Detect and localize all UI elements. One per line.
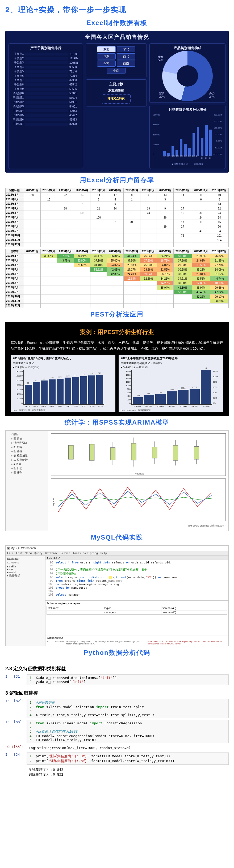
spss-window: 输出图 日志过程法帮助图 标题图 备注表 模型描述表 模型统计■ 图表图 日志图… <box>5 430 229 531</box>
spss-tree-node[interactable]: 图 标题 <box>7 445 46 449</box>
dashboard-title: 全国各大区产品销售情况 <box>8 33 226 41</box>
donut-legend: 技术54% <box>158 55 163 62</box>
region-button[interactable]: 华北 <box>117 46 135 52</box>
combo-bar <box>184 144 187 156</box>
hbar-value: 100381 <box>68 61 80 64</box>
hbar-value: 111407 <box>68 57 80 60</box>
pest-bar: 683.4 <box>167 392 177 404</box>
spss-tree-node[interactable]: ■ 图表 <box>7 462 46 466</box>
hbar-value: 70214 <box>68 74 80 77</box>
spss-boxplot: Residual <box>51 433 226 476</box>
mysql-editor-tab[interactable]: SQL File 1* <box>46 556 228 560</box>
kpi-header: 主要指标 <box>88 82 144 87</box>
page-title: 2、理论+实操，带你一步一步实现 <box>0 0 234 17</box>
mysql-schema-item[interactable]: ▸ 数据分析 <box>7 574 44 578</box>
kpi-card: 主要指标 东北销售额 993496 <box>86 80 147 106</box>
hbar-row: 子类别2 111407 <box>11 57 80 60</box>
pest-bar: 102 <box>49 379 56 404</box>
pest-bar: 380.9 <box>133 397 143 404</box>
donut-legend: 办公24% <box>209 92 215 98</box>
mysql-info-panel: Schema: region_managers Columns: region … <box>46 600 228 635</box>
spss-tree-node[interactable]: 表 模型统计 <box>7 458 46 462</box>
region-button[interactable]: 华南 <box>97 61 116 67</box>
retention-count-table: 留存人数2015年1月2015年2月2015年3月2015年4月2015年5月2… <box>5 188 229 247</box>
jupyter-in-prompt: In [31]: <box>5 675 27 685</box>
excel-dashboard: 全国各大区产品销售情况 产品子类别销售排行 子类别1 131090 子类别2 1… <box>5 31 229 173</box>
mysql-result-title: Schema: region_managers <box>47 602 227 605</box>
python-code-cell[interactable]: 1 print('测试集精度为：{:.3f}'.format(LR_Model.… <box>27 752 229 765</box>
svg-rect-12 <box>152 447 157 458</box>
svg-rect-6 <box>110 448 115 460</box>
mysql-menu-item[interactable]: Server <box>61 552 70 555</box>
combo-bars <box>163 118 212 156</box>
donut-chart <box>162 51 213 101</box>
hbar-label: 子类别4 <box>11 65 25 69</box>
pest-chart-left: 2019生鲜产量超12亿吨，生鲜产值约7万亿元 中国生鲜产量变化 ■ 产量(吨)… <box>11 355 115 412</box>
hbar-title: 产品子类别销售排行 <box>11 46 80 51</box>
spss-tree-node[interactable]: 图 备注 <box>7 449 46 454</box>
mysql-menu-item[interactable]: File <box>7 552 14 555</box>
spss-tree-node[interactable]: 图 序列 <box>7 470 46 475</box>
hbar-value: 131090 <box>68 53 80 56</box>
spss-tree-node[interactable]: 输出 <box>7 432 46 436</box>
hbar-label: 子类别7 <box>11 78 25 82</box>
mysql-schemas-label: SCHEMAS <box>7 561 44 564</box>
pest-bar: 90 <box>33 382 40 404</box>
python-code-cell[interactable]: 1 from sklearn.linear_model import Logis… <box>27 720 229 743</box>
hbar-row: 子类别6 70214 <box>11 74 80 78</box>
spss-tree-node[interactable]: 图 日志 <box>7 436 46 441</box>
python-stdout: 测试集精度为：0.842 训练集精度为：0.832 <box>27 766 229 778</box>
mysql-schema-item[interactable]: ▸ world <box>7 571 44 574</box>
python-code-cell[interactable]: 1 #划分数据集 2 from sklearn.model_selection … <box>27 699 229 718</box>
mysql-schema-item[interactable]: ▸ sakila <box>7 565 44 568</box>
region-button[interactable]: 东北 <box>97 46 116 52</box>
mysql-menu-item[interactable]: Scripting <box>83 552 98 555</box>
region-button[interactable]: 中南 <box>107 68 126 74</box>
mysql-menu-item[interactable]: Edit <box>16 552 23 555</box>
mysql-menu-item[interactable]: View <box>25 552 32 555</box>
mysql-menu-bar[interactable]: FileEditViewQueryDatabaseServerToolsScri… <box>6 551 228 556</box>
combo-card: 月销售额走势及环比增长 200000150000100000500000 200… <box>150 105 226 169</box>
spss-tree-node[interactable]: 过程法帮助 <box>7 441 46 445</box>
hbar-label: 子类别9 <box>11 87 25 91</box>
spss-tree-node[interactable]: 图 日志 <box>7 466 46 470</box>
mysql-schema-item[interactable]: ▸ sys <box>7 568 44 571</box>
hbar-value: 98630 <box>68 66 80 68</box>
donut-title: 产品类别销售构成 <box>152 46 223 51</box>
section-heading-pest: PEST分析法应用 <box>0 308 234 322</box>
pest-case-title: 案例：用PEST分析生鲜行业 <box>11 328 224 336</box>
mysql-menu-item[interactable]: Database <box>45 552 58 555</box>
mysql-editor[interactable]: 95select * from orders right join refund… <box>46 560 228 600</box>
region-button[interactable]: 西北 <box>117 53 135 60</box>
hbar-label: 子类别15 <box>11 113 25 117</box>
retention-rate-table: 留存率2015年1月2015年2月2015年3月2015年4月2015年5月20… <box>5 249 229 308</box>
pest-bar: 817.2 <box>189 389 200 405</box>
region-button[interactable]: 华东 <box>97 53 116 60</box>
region-button[interactable]: 西南 <box>117 61 135 67</box>
hbar-row: 子类别15 45497 <box>11 113 80 117</box>
pest-bar: 474.7 <box>144 395 155 404</box>
combo-legend: ■ 月销售额合计 — 环比增长 <box>152 162 223 166</box>
mysql-columns-table: Columns: region varchar(45) managers var… <box>47 606 227 615</box>
mysql-menu-item[interactable]: Query <box>34 552 42 555</box>
hbar-label: 子类别1 <box>11 52 25 56</box>
spss-status: IBM SPSS Statistics 处理程序就绪 <box>51 524 226 528</box>
hbar-value: 71146 <box>68 70 80 73</box>
combo-bar <box>192 133 195 156</box>
spss-tree-node[interactable]: 表 模型描述 <box>7 454 46 458</box>
hbar-value: 54931 <box>68 101 80 103</box>
mysql-navigator[interactable]: Navigator SCHEMAS ▸ sakila▸ sys▸ world▸ … <box>6 556 46 646</box>
hbar-row: 子类别11 56624 <box>11 96 80 100</box>
mysql-menu-item[interactable]: Help <box>101 552 107 555</box>
spss-tree[interactable]: 输出图 日志过程法帮助图 标题图 备注表 模型描述表 模型统计■ 图表图 日志图… <box>6 431 48 531</box>
python-code-cell[interactable]: 1 X=data_processed.drop(columns=['left']… <box>27 675 229 685</box>
pest-slide: 案例：用PEST分析生鲜行业 其次是E，Economic，经济环境。生鲜农产品包… <box>5 322 229 416</box>
pest-bar: 1.8 <box>201 370 211 405</box>
hbar-label: 子类别3 <box>11 61 25 64</box>
section-heading-mysql: MySQL代码实践 <box>0 531 234 546</box>
pest-chart-right: 2020上半年生鲜电商交易额超过2019年全年 中国生鲜电商交易额变化（半年度）… <box>119 355 224 412</box>
svg-rect-9 <box>131 443 136 460</box>
pest-left-subtitle: 中国生鲜产量变化 <box>13 361 113 365</box>
mysql-menu-item[interactable]: Tools <box>73 552 81 555</box>
pest-left-source: Data：国家统计局，布理咨询整理 <box>13 409 45 412</box>
